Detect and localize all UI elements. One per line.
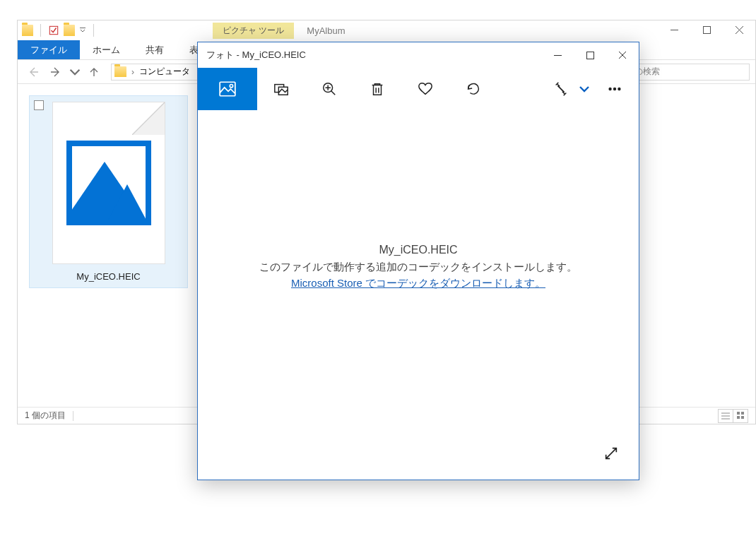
maximize-button[interactable] <box>574 42 606 68</box>
svg-rect-6 <box>737 416 740 419</box>
chevron-right-icon[interactable]: › <box>129 67 136 77</box>
fullscreen-button[interactable] <box>598 440 625 467</box>
thumbnails-view-button[interactable] <box>733 409 748 423</box>
delete-button[interactable] <box>353 68 401 110</box>
zoom-button[interactable] <box>305 68 353 110</box>
view-mode-toggle <box>719 409 748 423</box>
qat-dropdown[interactable] <box>79 23 86 38</box>
folder-icon <box>22 25 33 36</box>
file-item[interactable]: My_iCEO.HEIC <box>29 95 188 288</box>
picture-tools-context-tab[interactable]: ピクチャ ツール <box>213 23 294 39</box>
rotate-button[interactable] <box>449 68 497 110</box>
quick-access-toolbar <box>18 23 101 38</box>
svg-rect-10 <box>220 82 235 96</box>
svg-rect-9 <box>586 52 593 59</box>
separator <box>40 24 41 37</box>
favorite-button[interactable] <box>401 68 449 110</box>
view-photo-button[interactable] <box>198 68 257 110</box>
details-view-button[interactable] <box>718 409 733 423</box>
file-thumbnail <box>52 102 165 264</box>
file-name-label: My_iCEO.HEIC <box>76 271 140 282</box>
svg-rect-0 <box>49 26 57 34</box>
search-input[interactable]: の検索 <box>630 64 750 81</box>
forward-button[interactable] <box>46 62 66 82</box>
error-message: このファイルで動作する追加のコーデックをインストールします。 <box>259 261 577 274</box>
folder-small-icon[interactable] <box>64 25 75 36</box>
recent-locations-button[interactable] <box>69 62 81 82</box>
svg-point-17 <box>618 88 620 90</box>
svg-rect-2 <box>671 30 678 30</box>
photos-window-title: フォト - My_iCEO.HEIC <box>206 49 306 61</box>
page-fold-icon <box>132 102 165 135</box>
separator <box>73 411 73 421</box>
back-button[interactable] <box>23 62 43 82</box>
separator <box>93 24 94 37</box>
up-button[interactable] <box>84 62 104 82</box>
item-count: 1 個の項目 <box>25 410 66 422</box>
svg-rect-7 <box>741 416 744 419</box>
maximize-button[interactable] <box>690 20 723 40</box>
svg-rect-1 <box>80 28 85 28</box>
photos-app-window: フォト - My_iCEO.HEIC <box>197 42 639 480</box>
photos-titlebar[interactable]: フォト - My_iCEO.HEIC <box>198 42 639 68</box>
tab-home[interactable]: ホーム <box>80 40 133 59</box>
svg-point-16 <box>614 88 616 90</box>
tab-file[interactable]: ファイル <box>18 40 80 59</box>
svg-rect-5 <box>741 412 744 415</box>
close-button[interactable] <box>723 20 755 40</box>
breadcrumb-segment[interactable]: コンピュータ <box>139 66 190 78</box>
more-button[interactable] <box>591 68 639 110</box>
tab-share[interactable]: 共有 <box>133 40 177 59</box>
edit-button[interactable] <box>537 68 585 110</box>
window-title: MyAlbum <box>307 25 345 36</box>
explorer-titlebar[interactable]: ピクチャ ツール MyAlbum <box>18 20 755 40</box>
svg-rect-4 <box>737 412 740 415</box>
svg-rect-8 <box>554 55 562 56</box>
compare-icon[interactable] <box>257 68 305 110</box>
minimize-button[interactable] <box>541 42 574 68</box>
photos-content-area: My_iCEO.HEIC このファイルで動作する追加のコーデックをインストールし… <box>198 110 639 480</box>
codec-download-link[interactable]: Microsoft Store でコーデックをダウンロードします。 <box>291 277 545 289</box>
minimize-button[interactable] <box>658 20 690 40</box>
photos-toolbar <box>198 68 639 110</box>
close-button[interactable] <box>606 42 639 68</box>
folder-icon <box>114 66 126 77</box>
picture-icon <box>66 141 151 225</box>
error-filename: My_iCEO.HEIC <box>259 244 577 256</box>
svg-point-15 <box>609 88 611 90</box>
svg-point-11 <box>230 85 232 88</box>
svg-rect-3 <box>703 26 710 33</box>
selection-checkbox[interactable] <box>34 100 44 110</box>
properties-icon[interactable] <box>48 25 59 36</box>
